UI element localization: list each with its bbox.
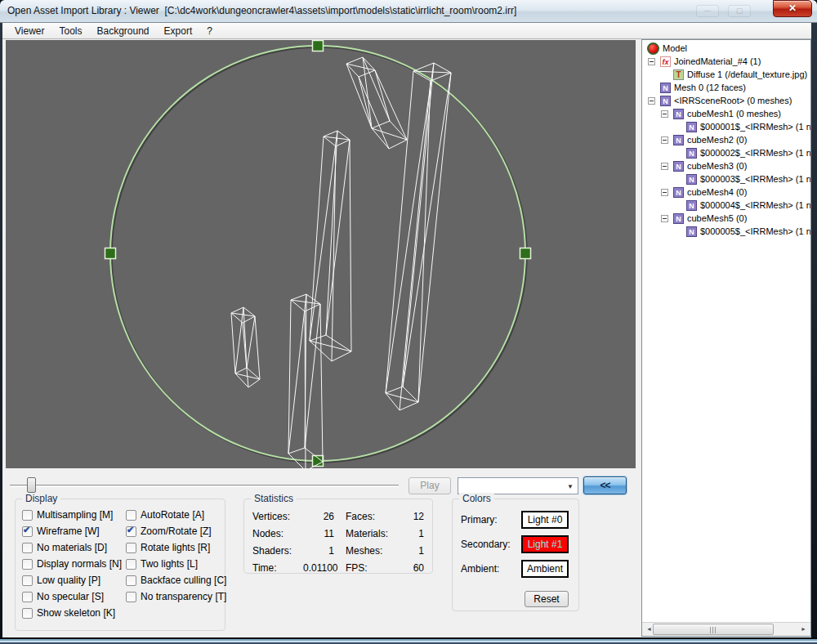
tree-row-2[interactable]: TDiffuse 1 (/default_texture.jpg)	[644, 68, 810, 81]
checkbox-row-zoom-rotate-z[interactable]: ✔Zoom/Rotate [Z]	[126, 525, 226, 537]
animation-slider[interactable]	[8, 477, 400, 494]
checkmark-icon: ✔	[127, 525, 134, 535]
checkmark-icon: ✔	[23, 525, 30, 535]
tree-item-label: Diffuse 1 (/default_texture.jpg)	[687, 68, 807, 81]
tree-row-4[interactable]: N<IRRSceneRoot> (0 meshes)	[644, 94, 810, 107]
checkbox-no-transparency-t[interactable]	[126, 592, 136, 602]
display-column-2: AutoRotate [A]✔Zoom/Rotate [Z]Rotate lig…	[126, 509, 226, 619]
tree-item-label: $000003$_<IRRMesh> (1 n	[700, 172, 810, 186]
checkbox-multisampling-m[interactable]	[22, 510, 33, 521]
play-button[interactable]: Play	[408, 477, 451, 494]
expander-minus-icon[interactable]	[648, 58, 655, 65]
stat-label: Materials:	[334, 528, 404, 539]
checkbox-row-show-skeleton-k[interactable]: Show skeleton [K]	[22, 607, 126, 619]
scroll-right-icon[interactable]: ►	[797, 623, 810, 636]
maximize-icon[interactable]: ▢	[728, 5, 751, 17]
collapse-panel-button[interactable]: <<	[583, 476, 627, 494]
color-button-ambient[interactable]: Ambient	[521, 560, 569, 578]
viewport-canvas[interactable]	[6, 40, 636, 468]
tree-row-5[interactable]: NcubeMesh1 (0 meshes)	[644, 107, 810, 120]
color-button-secondary[interactable]: Light #1	[521, 535, 569, 553]
client-area: ViewerToolsBackgroundExport?	[2, 23, 811, 637]
checkbox-row-multisampling-m[interactable]: Multisampling [M]	[22, 509, 126, 521]
tree-horizontal-scrollbar[interactable]: ◄ ►	[642, 622, 810, 636]
trackball-handle-left[interactable]	[105, 248, 116, 259]
color-row-primary: Primary:Light #0	[461, 511, 570, 529]
checkbox-row-no-materials-d[interactable]: No materials [D]	[22, 542, 126, 553]
trackball-handle-top[interactable]	[313, 41, 324, 51]
tree-item-label: cubeMesh4 (0)	[687, 186, 747, 199]
checkbox-wireframe-w[interactable]: ✔	[22, 526, 33, 537]
tree-row-10[interactable]: N$000003$_<IRRMesh> (1 n	[644, 172, 810, 186]
checkbox-row-backface-culling-c[interactable]: Backface culling [C]	[126, 575, 226, 586]
menu-item-help[interactable]: ?	[199, 24, 220, 38]
node-icon: N	[673, 213, 684, 224]
tree-row-1[interactable]: fxJoinedMaterial_#4 (1)	[644, 55, 810, 68]
title-bar[interactable]: Open Asset Import Library : Viewer [C:\d…	[0, 0, 817, 23]
tree-row-9[interactable]: NcubeMesh3 (0)	[644, 159, 810, 172]
tree-row-3[interactable]: NMesh 0 (12 faces)	[644, 81, 810, 94]
checkbox-show-skeleton-k[interactable]	[22, 608, 33, 619]
checkbox-row-wireframe-w[interactable]: ✔Wireframe [W]	[22, 525, 126, 537]
node-icon: N	[673, 135, 684, 145]
tree-row-0[interactable]: Model	[644, 42, 810, 55]
close-icon[interactable]: ✕	[773, 0, 812, 17]
checkbox-row-two-lights-l[interactable]: Two lights [L]	[126, 558, 226, 570]
menu-item-viewer[interactable]: Viewer	[7, 24, 51, 38]
checkbox-row-autorotate-a[interactable]: AutoRotate [A]	[126, 509, 226, 521]
viewport-3d[interactable]	[6, 40, 636, 468]
checkbox-rotate-lights-r[interactable]	[126, 543, 136, 553]
colors-group-title: Colors	[459, 493, 494, 504]
menu-item-tools[interactable]: Tools	[51, 24, 89, 38]
tree-row-6[interactable]: N$000001$_<IRRMesh> (1 n	[644, 120, 810, 133]
checkbox-display-normals-n[interactable]	[22, 559, 33, 570]
menu-item-export[interactable]: Export	[157, 24, 200, 38]
minimize-icon[interactable]: —	[696, 5, 719, 17]
checkbox-zoom-rotate-z[interactable]: ✔	[126, 526, 136, 537]
checkbox-label: Wireframe [W]	[37, 525, 100, 537]
checkbox-no-specular-s[interactable]	[22, 592, 33, 602]
tree-row-8[interactable]: N$000002$_<IRRMesh> (1 n	[644, 146, 810, 159]
stat-label: Vertices:	[252, 511, 303, 522]
node-icon: N	[660, 83, 671, 93]
tree-row-11[interactable]: NcubeMesh4 (0)	[644, 186, 810, 199]
window-bottom-border	[0, 637, 817, 644]
stat-value: 0.01100	[303, 562, 334, 574]
color-label-ambient: Ambient:	[461, 563, 499, 575]
expander-minus-icon[interactable]	[661, 110, 668, 118]
chevron-down-icon[interactable]: ▼	[567, 483, 574, 490]
expander-minus-icon[interactable]	[661, 136, 668, 144]
menu-item-background[interactable]: Background	[89, 24, 156, 38]
node-icon: N	[686, 148, 697, 159]
checkbox-label: No specular [S]	[37, 591, 104, 602]
tree-row-13[interactable]: NcubeMesh5 (0)	[644, 212, 810, 225]
tree-item-label: $000005$_<IRRMesh> (1 n	[700, 225, 810, 238]
tree-row-14[interactable]: N$000005$_<IRRMesh> (1 n	[644, 225, 810, 238]
checkbox-two-lights-l[interactable]	[126, 559, 136, 570]
checkbox-row-no-specular-s[interactable]: No specular [S]	[22, 591, 126, 602]
checkbox-row-low-quality-p[interactable]: Low quality [P]	[22, 575, 126, 586]
tree-item-label: cubeMesh1 (0 meshes)	[687, 107, 781, 120]
checkbox-autorotate-a[interactable]	[126, 510, 136, 521]
expander-minus-icon[interactable]	[661, 163, 668, 170]
window-frame: Open Asset Import Library : Viewer [C:\d…	[0, 0, 817, 644]
checkbox-row-rotate-lights-r[interactable]: Rotate lights [R]	[126, 542, 226, 553]
checkbox-row-no-transparency-t[interactable]: No transparency [T]	[126, 591, 226, 602]
tree-row-7[interactable]: NcubeMesh2 (0)	[644, 133, 810, 146]
expander-minus-icon[interactable]	[661, 189, 668, 196]
trackball-handle-right[interactable]	[520, 248, 531, 259]
color-button-primary[interactable]: Light #0	[521, 511, 569, 529]
tree-row-12[interactable]: N$000004$_<IRRMesh> (1 n	[644, 199, 810, 212]
reset-button[interactable]: Reset	[525, 591, 569, 607]
expander-minus-icon[interactable]	[648, 97, 655, 105]
expander-minus-icon[interactable]	[661, 215, 668, 222]
scene-tree-panel: ModelfxJoinedMaterial_#4 (1)TDiffuse 1 (…	[641, 39, 811, 637]
checkbox-backface-culling-c[interactable]	[126, 575, 136, 586]
checkbox-no-materials-d[interactable]	[22, 543, 33, 553]
checkbox-low-quality-p[interactable]	[22, 575, 33, 586]
checkbox-row-display-normals-n[interactable]: Display normals [N]	[22, 558, 126, 570]
slider-track[interactable]	[10, 485, 399, 487]
scrollbar-thumb[interactable]	[653, 624, 774, 635]
animation-combobox[interactable]: ▼	[458, 477, 578, 494]
slider-thumb[interactable]	[27, 477, 36, 493]
